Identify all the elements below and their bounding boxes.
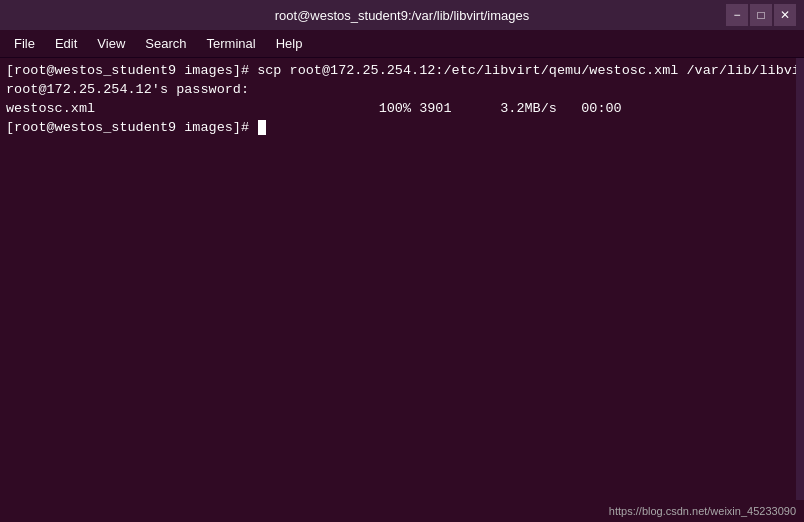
scrollbar[interactable] <box>796 58 804 500</box>
window-controls: − □ ✕ <box>726 4 796 26</box>
titlebar: root@westos_student9:/var/lib/libvirt/im… <box>0 0 804 30</box>
maximize-button[interactable]: □ <box>750 4 772 26</box>
terminal-window: root@westos_student9:/var/lib/libvirt/im… <box>0 0 804 522</box>
close-button[interactable]: ✕ <box>774 4 796 26</box>
menubar: File Edit View Search Terminal Help <box>0 30 804 58</box>
terminal-content[interactable]: [root@westos_student9 images]# scp root@… <box>0 58 804 500</box>
menu-terminal[interactable]: Terminal <box>197 32 266 55</box>
window-title: root@westos_student9:/var/lib/libvirt/im… <box>78 8 726 23</box>
menu-edit[interactable]: Edit <box>45 32 87 55</box>
cursor <box>258 120 266 135</box>
minimize-button[interactable]: − <box>726 4 748 26</box>
menu-file[interactable]: File <box>4 32 45 55</box>
menu-search[interactable]: Search <box>135 32 196 55</box>
status-url: https://blog.csdn.net/weixin_45233090 <box>609 505 796 517</box>
menu-view[interactable]: View <box>87 32 135 55</box>
menu-help[interactable]: Help <box>266 32 313 55</box>
statusbar: https://blog.csdn.net/weixin_45233090 <box>0 500 804 522</box>
terminal-output: [root@westos_student9 images]# scp root@… <box>6 62 798 138</box>
